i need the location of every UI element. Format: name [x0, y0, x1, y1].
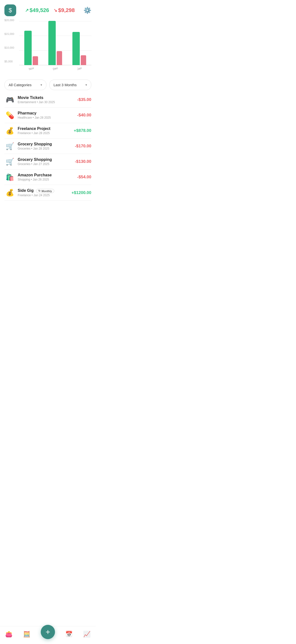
- tx-amount-grocery2: -$130.00: [75, 159, 91, 164]
- tx-meta-freelance: Freelance • Jan 28 2025: [18, 132, 74, 135]
- x-label-nov: Nov: [28, 66, 34, 71]
- tx-name-amazon: Amazon Purchase: [18, 173, 77, 177]
- category-chevron-icon: ▾: [40, 83, 42, 87]
- list-item[interactable]: 💊 Pharmacy Healthcare • Jan 28 2025 -$40…: [4, 108, 91, 123]
- bar-nov-expense: [33, 56, 38, 65]
- logo-button[interactable]: $: [4, 4, 16, 16]
- income-amount: ↗ $49,526: [25, 7, 49, 14]
- tx-details-movie: Movie Tickets Entertainment • Jan 30 202…: [18, 96, 77, 104]
- tx-name-grocery2: Grocery Shopping: [18, 158, 75, 162]
- tx-icon-grocery2: 🛒: [4, 158, 15, 166]
- chart-bars: [19, 21, 91, 65]
- tx-amount-freelance: +$878.00: [74, 128, 91, 133]
- chart-x-labels: Nov Dec Jan: [19, 67, 91, 70]
- tx-amount-pharmacy: -$40.00: [77, 113, 91, 118]
- tx-meta-sidegig: Freelance • Jan 24 2025: [18, 194, 71, 197]
- list-item[interactable]: 🛒 Grocery Shopping Groceries • Jan 28 20…: [4, 138, 91, 154]
- refresh-icon: ↻: [38, 189, 40, 192]
- tx-meta-movie: Entertainment • Jan 30 2025: [18, 100, 77, 104]
- tx-amount-movie: -$35.00: [77, 97, 91, 102]
- category-filter[interactable]: All Categories ▾: [4, 80, 46, 90]
- chart-y-labels: $20,000 $15,000 $10,000 $5,000: [4, 19, 14, 63]
- income-arrow-icon: ↗: [25, 8, 29, 13]
- bar-jan-expense: [81, 55, 86, 65]
- tx-details-freelance: Freelance Project Freelance • Jan 28 202…: [18, 126, 74, 135]
- bar-group-dec: [48, 21, 62, 65]
- tx-details-grocery1: Grocery Shopping Groceries • Jan 28 2025: [18, 142, 75, 150]
- recurring-badge: ↻ Monthly: [36, 189, 54, 193]
- tx-name-pharmacy: Pharmacy: [18, 111, 77, 116]
- category-filter-label: All Categories: [8, 83, 31, 87]
- bar-dec-expense: [57, 51, 62, 65]
- bar-dec-income: [48, 21, 56, 65]
- list-item[interactable]: 💰 Freelance Project Freelance • Jan 28 2…: [4, 123, 91, 138]
- chart-container: $20,000 $15,000 $10,000 $5,000 Nov Dec: [0, 19, 96, 75]
- y-label-5k: $5,000: [4, 60, 14, 63]
- tx-amount-amazon: -$54.00: [77, 175, 91, 180]
- transactions-list: 🎮 Movie Tickets Entertainment • Jan 30 2…: [0, 92, 96, 201]
- tx-amount-grocery1: -$170.00: [75, 144, 91, 148]
- tx-icon-amazon: 🛍️: [4, 173, 15, 181]
- period-filter-label: Last 3 Months: [53, 83, 77, 87]
- tx-name-sidegig: Side Gig ↻ Monthly: [18, 188, 71, 193]
- tx-icon-sidegig: 💰: [4, 189, 15, 197]
- tx-meta-grocery2: Groceries • Jan 27 2025: [18, 162, 75, 166]
- bar-nov-income: [24, 31, 32, 65]
- y-label-15k: $15,000: [4, 32, 14, 35]
- tx-meta-grocery1: Groceries • Jan 28 2025: [18, 147, 75, 150]
- tx-amount-sidegig: +$1200.00: [71, 190, 91, 195]
- bottom-spacer: [0, 201, 96, 220]
- period-chevron-icon: ▾: [85, 83, 87, 87]
- tx-details-amazon: Amazon Purchase Shopping • Jan 26 2025: [18, 173, 77, 181]
- tx-name-grocery1: Grocery Shopping: [18, 142, 75, 146]
- list-item[interactable]: 🎮 Movie Tickets Entertainment • Jan 30 2…: [4, 92, 91, 108]
- expense-amount: ↘ $9,298: [53, 7, 75, 14]
- tx-meta-pharmacy: Healthcare • Jan 28 2025: [18, 116, 77, 119]
- list-item[interactable]: 💰 Side Gig ↻ Monthly Freelance • Jan 24 …: [4, 185, 91, 201]
- tx-details-grocery2: Grocery Shopping Groceries • Jan 27 2025: [18, 158, 75, 166]
- period-filter[interactable]: Last 3 Months ▾: [49, 80, 91, 90]
- tx-name-movie: Movie Tickets: [18, 96, 77, 100]
- header-amounts: ↗ $49,526 ↘ $9,298: [25, 7, 75, 14]
- tx-details-sidegig: Side Gig ↻ Monthly Freelance • Jan 24 20…: [18, 188, 71, 197]
- list-item[interactable]: 🛍️ Amazon Purchase Shopping • Jan 26 202…: [4, 170, 91, 185]
- bar-group-jan: [72, 32, 86, 65]
- tx-icon-grocery1: 🛒: [4, 142, 15, 150]
- y-label-10k: $10,000: [4, 46, 14, 49]
- header: $ ↗ $49,526 ↘ $9,298 ⚙️: [0, 0, 96, 19]
- x-label-jan: Jan: [77, 66, 82, 71]
- bar-jan-income: [72, 32, 80, 65]
- dollar-icon: $: [8, 7, 12, 14]
- expense-arrow-icon: ↘: [53, 8, 57, 13]
- tx-icon-freelance: 💰: [4, 127, 15, 135]
- bar-group-nov: [24, 31, 38, 65]
- tx-icon-movie: 🎮: [4, 96, 15, 104]
- tx-details-pharmacy: Pharmacy Healthcare • Jan 28 2025: [18, 111, 77, 119]
- filters: All Categories ▾ Last 3 Months ▾: [0, 75, 96, 92]
- x-label-dec: Dec: [52, 66, 58, 71]
- y-label-20k: $20,000: [4, 19, 14, 22]
- tx-name-freelance: Freelance Project: [18, 126, 74, 131]
- settings-icon[interactable]: ⚙️: [83, 7, 91, 14]
- list-item[interactable]: 🛒 Grocery Shopping Groceries • Jan 27 20…: [4, 154, 91, 170]
- tx-icon-pharmacy: 💊: [4, 111, 15, 119]
- tx-meta-amazon: Shopping • Jan 26 2025: [18, 178, 77, 181]
